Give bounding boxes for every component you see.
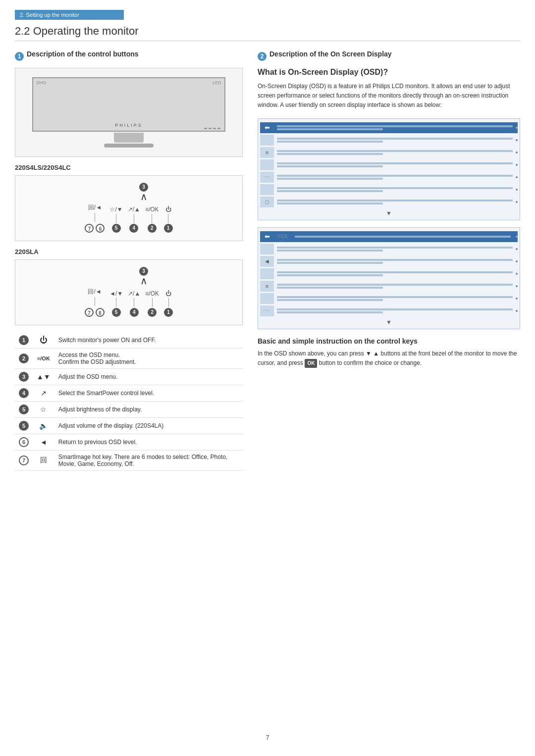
osd-display-2: ⬅ VGA — [258, 227, 520, 329]
osd-row — [260, 268, 518, 279]
right-column: 2 Description of the On Screen Display W… — [258, 50, 520, 724]
ctrl-btn-4b: ↗/▲ 4 — [128, 290, 140, 317]
section2-badge: 2 — [258, 52, 267, 61]
osd-display-1: ⬅ ≡ — [258, 118, 520, 220]
osd-row — [260, 293, 518, 304]
osd-row: ◄ — [260, 256, 518, 267]
ctrl-btn-4: ↗/▲ 4 — [128, 206, 140, 233]
model1-label: 220S4LS/220S4LC — [15, 164, 243, 171]
ok-badge: OK — [305, 359, 317, 368]
section1-badge: 1 — [15, 52, 24, 61]
osd-row: ⬅ — [260, 122, 518, 133]
osd-row — [260, 159, 518, 170]
ctrl-btn-1b: ⏻ 1 — [164, 290, 173, 317]
osd-paragraph: On-Screen Display (OSD) is a feature in … — [258, 82, 520, 110]
osd-scroll-indicator: ▼ — [260, 209, 518, 218]
osd-row: ⬅ VGA — [260, 231, 518, 242]
osd-row: ⋯ — [260, 172, 518, 183]
table-row: 5 🔈 Adjust volume of the display. (220S4… — [15, 418, 243, 434]
control-row-2: 回/◄ 7 6 ◄/▼ 5 ↗/▲ — [20, 288, 237, 317]
ctrl-btn-5b: ◄/▼ 5 — [109, 290, 123, 317]
monitor-stand — [114, 133, 144, 143]
page: 2. Setting up the monitor 2.2 Operating … — [0, 0, 535, 756]
section2-title: Description of the On Screen Display — [269, 50, 392, 58]
control-row-1: 回/◄ 7 6 ☆/▼ 5 ↗/▲ — [20, 203, 237, 233]
ctrl-btn-1: ⏻ 1 — [164, 206, 173, 233]
monitor-buttons — [204, 128, 220, 129]
ctrl-btn-2b: ≡/OK 2 — [145, 290, 159, 317]
osd-row — [260, 244, 518, 254]
ctrl-btn-67b: 回/◄ 7 6 — [85, 288, 105, 317]
control-diagram-2: 3 ∧ 回/◄ 7 6 ◄/▼ — [15, 259, 243, 325]
left-column: 1 Description of the control buttons PHI… — [15, 50, 243, 724]
page-title: 2.2 Operating the monitor — [15, 25, 520, 41]
table-row: 2 ≡/OK Access the OSD menu.Confirm the O… — [15, 349, 243, 369]
control-diagram-1: 3 ∧ 回/◄ 7 6 ☆/▼ — [15, 175, 243, 241]
monitor-screen: PHILIPS — [32, 77, 225, 132]
monitor-image: PHILIPS — [15, 68, 243, 157]
instruction-title: Basic and simple instruction on the cont… — [258, 337, 520, 345]
osd-row: ⋯ — [260, 305, 518, 316]
osd-row — [260, 135, 518, 146]
table-row: 6 ◄ Return to previous OSD level. — [15, 434, 243, 451]
osd-row: □ — [260, 197, 518, 207]
osd-subtitle: What is On-Screen Display (OSD)? — [258, 68, 520, 77]
osd-scroll-indicator-2: ▼ — [260, 318, 518, 327]
osd-row: ≡ — [260, 281, 518, 292]
table-row: 1 ⏻ Switch monitor's power ON and OFF. — [15, 332, 243, 349]
bracket-num-3b: 3 ∧ — [139, 267, 148, 286]
model2-label: 220SLA — [15, 248, 243, 255]
table-row: 4 ↗ Select the SmartPower control level. — [15, 385, 243, 402]
ctrl-btn-5: ☆/▼ 5 — [109, 206, 122, 233]
page-number: 7 — [15, 734, 520, 741]
ctrl-btn-67: 回/◄ 7 6 — [85, 203, 105, 233]
osd-row: ≡ — [260, 147, 518, 158]
bracket-area-1: 3 ∧ — [50, 183, 237, 202]
table-row: 5 ☆ Adjust brightness of the display. — [15, 402, 243, 418]
bracket-area-2: 3 ∧ — [50, 267, 237, 286]
monitor-base — [104, 144, 154, 148]
bracket-num-3: 3 ∧ — [139, 183, 148, 202]
description-table: 1 ⏻ Switch monitor's power ON and OFF. 2… — [15, 332, 243, 471]
section1-title: Description of the control buttons — [27, 50, 139, 58]
ctrl-btn-2: ≡/OK 2 — [145, 206, 159, 233]
table-row: 7 回 SmartImage hot key. There are 6 mode… — [15, 451, 243, 471]
osd-row — [260, 184, 518, 195]
instruction-text: In the OSD shown above, you can press ▼ … — [258, 349, 520, 368]
breadcrumb: 2. Setting up the monitor — [15, 10, 124, 20]
brand-label: PHILIPS — [115, 123, 143, 128]
table-row: 3 ▲▼ Adjust the OSD menu. — [15, 369, 243, 385]
